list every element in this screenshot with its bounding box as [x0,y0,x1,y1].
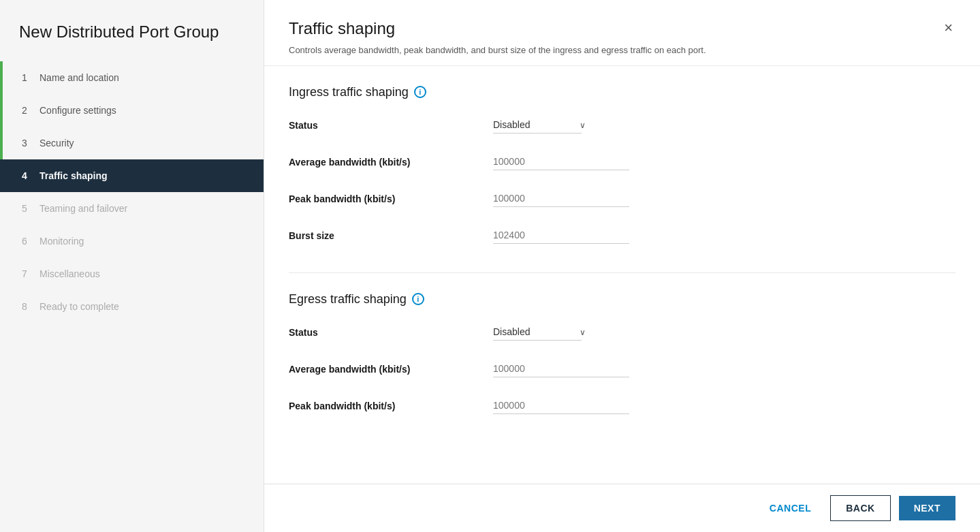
cancel-button[interactable]: CANCEL [759,496,822,520]
ingress-section-title: Ingress traffic shaping i [289,85,955,99]
average-bandwidth-kbit-s--input[interactable] [493,153,629,170]
field-label: Status [289,120,493,131]
field-control [493,190,629,207]
average-bandwidth-kbit-s--input[interactable] [493,360,629,377]
form-row: StatusDisabledEnabled∨ [289,320,955,345]
sidebar-step-7: 7Miscellaneous [0,257,264,290]
main-header: Traffic shaping Controls average bandwid… [264,0,980,66]
back-button[interactable]: BACK [830,495,890,521]
egress-fields: StatusDisabledEnabled∨Average bandwidth … [289,320,955,418]
form-row: Peak bandwidth (kbit/s) [289,187,955,211]
main-subtitle: Controls average bandwidth, peak bandwid… [289,44,706,57]
field-label: Peak bandwidth (kbit/s) [289,401,493,411]
main-content: Ingress traffic shaping i StatusDisabled… [264,66,980,484]
status-select[interactable]: DisabledEnabled [493,324,582,341]
ingress-section: Ingress traffic shaping i StatusDisabled… [289,85,955,248]
field-label: Burst size [289,230,493,241]
field-control [493,360,629,377]
form-row: Burst size [289,223,955,248]
peak-bandwidth-kbit-s--input[interactable] [493,190,629,207]
field-label: Peak bandwidth (kbit/s) [289,193,493,204]
form-row: Average bandwidth (kbit/s) [289,357,955,381]
peak-bandwidth-kbit-s--input[interactable] [493,397,629,414]
main-title: Traffic shaping [289,19,706,38]
field-control: DisabledEnabled∨ [493,324,629,341]
footer: CANCEL BACK NEXT [264,484,980,532]
field-label: Average bandwidth (kbit/s) [289,157,493,168]
field-label: Average bandwidth (kbit/s) [289,364,493,375]
sidebar-step-2[interactable]: 2Configure settings [0,94,264,127]
sidebar-step-6: 6Monitoring [0,225,264,257]
sidebar-step-3[interactable]: 3Security [0,127,264,159]
sidebar-title: New Distributed Port Group [0,0,264,61]
main-panel: Traffic shaping Controls average bandwid… [264,0,980,532]
sidebar-step-1[interactable]: 1Name and location [0,61,264,94]
close-button[interactable]: × [941,20,955,35]
modal: New Distributed Port Group 1Name and loc… [0,0,980,532]
burst-size-input[interactable] [493,227,629,244]
sidebar-step-8: 8Ready to complete [0,290,264,323]
next-button[interactable]: NEXT [899,496,955,520]
egress-section-title: Egress traffic shaping i [289,292,955,307]
field-label: Status [289,327,493,338]
field-control [493,227,629,244]
form-row: Peak bandwidth (kbit/s) [289,394,955,418]
ingress-info-icon[interactable]: i [414,86,426,98]
egress-info-icon[interactable]: i [412,293,424,305]
field-control [493,397,629,414]
field-control [493,153,629,170]
form-row: StatusDisabledEnabled∨ [289,113,955,138]
field-control: DisabledEnabled∨ [493,116,629,134]
egress-section: Egress traffic shaping i StatusDisabledE… [289,292,955,418]
sidebar: New Distributed Port Group 1Name and loc… [0,0,264,532]
form-row: Average bandwidth (kbit/s) [289,150,955,174]
section-divider [289,272,955,273]
sidebar-steps: 1Name and location2Configure settings3Se… [0,61,264,532]
sidebar-step-5: 5Teaming and failover [0,192,264,225]
status-select[interactable]: DisabledEnabled [493,116,582,134]
sidebar-step-4[interactable]: 4Traffic shaping [0,159,264,192]
ingress-fields: StatusDisabledEnabled∨Average bandwidth … [289,113,955,248]
